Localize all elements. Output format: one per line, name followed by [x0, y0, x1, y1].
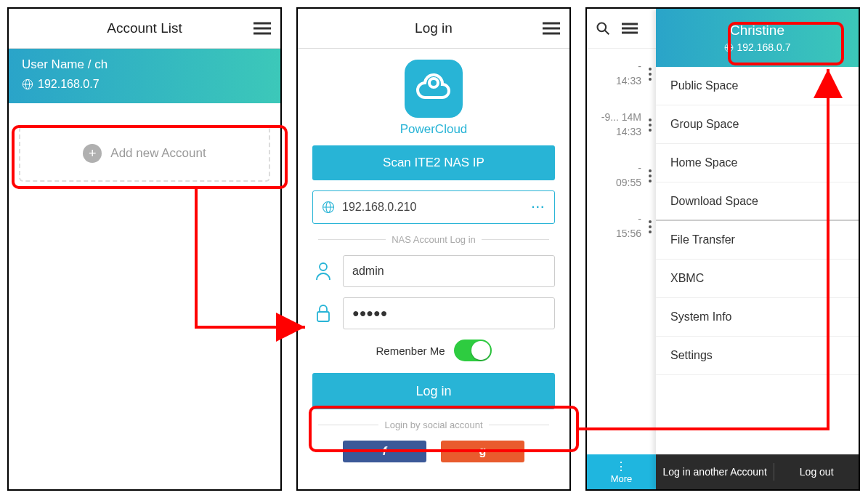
- drawer-menu: Public SpaceGroup SpaceHome SpaceDownloa…: [656, 67, 859, 454]
- screen-login: Log in PowerCloud Scan ITE2 NAS IP 192.1…: [296, 7, 571, 491]
- svg-rect-14: [317, 312, 329, 321]
- header: Account List: [9, 9, 280, 49]
- add-account-label: Add new Account: [110, 146, 206, 161]
- remember-toggle[interactable]: [454, 340, 492, 361]
- scan-ip-button[interactable]: Scan ITE2 NAS IP: [312, 145, 555, 180]
- list-item[interactable]: -15:56: [587, 201, 656, 252]
- svg-point-13: [320, 263, 327, 270]
- social-divider: Login by social account: [312, 419, 555, 430]
- user-ip: 192.168.0.7: [724, 41, 791, 53]
- page-title: Account List: [45, 20, 244, 36]
- cloud-icon: [415, 73, 453, 105]
- drawer-item-settings[interactable]: Settings: [656, 337, 859, 375]
- svg-point-9: [429, 79, 438, 87]
- drawer-panel: Christine 192.168.0.7 Public SpaceGroup …: [656, 9, 859, 489]
- username-input[interactable]: [343, 255, 555, 287]
- app-logo: [405, 60, 463, 118]
- drawer-item-xbmc[interactable]: XBMC: [656, 260, 859, 298]
- screen-account-list: Account List User Name / ch 192.168.0.7 …: [7, 7, 282, 491]
- drawer-item-download-space[interactable]: Download Space: [656, 182, 859, 221]
- background-list: -14:33-9... 14M14:33-09:55-15:56 ⋮ More: [587, 9, 656, 489]
- header: Log in: [298, 9, 569, 49]
- hamburger-icon[interactable]: [622, 23, 638, 34]
- logout-button[interactable]: Log out: [774, 466, 859, 478]
- kebab-icon[interactable]: [649, 65, 652, 83]
- more-button[interactable]: ⋮ More: [587, 454, 656, 489]
- account-username: User Name / ch: [22, 57, 267, 72]
- drawer-bottom: Log in another Account Log out: [656, 454, 859, 489]
- hamburger-icon: [543, 22, 560, 35]
- svg-line-16: [605, 31, 609, 35]
- kebab-icon[interactable]: [649, 218, 652, 236]
- list-item[interactable]: -9... 14M14:33: [587, 100, 656, 150]
- list-item[interactable]: -14:33: [587, 49, 656, 100]
- account-card[interactable]: User Name / ch 192.168.0.7: [9, 49, 280, 103]
- user-icon: [315, 262, 331, 281]
- drawer-item-file-transfer[interactable]: File Transfer: [656, 221, 859, 260]
- remember-me-row: Remenber Me: [312, 340, 555, 361]
- globe-icon: [322, 201, 335, 214]
- social-row: f g: [312, 441, 555, 462]
- user-header[interactable]: Christine 192.168.0.7: [656, 9, 859, 67]
- ip-input[interactable]: 192.168.0.210 ···: [312, 190, 555, 224]
- menu-button[interactable]: [533, 22, 569, 35]
- facebook-login-button[interactable]: f: [343, 441, 426, 462]
- ip-more-icon[interactable]: ···: [532, 201, 545, 214]
- kebab-icon[interactable]: [649, 116, 652, 134]
- search-icon[interactable]: [596, 21, 610, 36]
- drawer-item-system-info[interactable]: System Info: [656, 298, 859, 337]
- list-item[interactable]: -09:55: [587, 150, 656, 201]
- password-field: [312, 297, 555, 329]
- kebab-icon[interactable]: [649, 167, 652, 185]
- top-icons: [587, 9, 656, 49]
- username-field: [312, 255, 555, 287]
- app-name: PowerCloud: [312, 122, 555, 137]
- globe-icon: [22, 79, 33, 90]
- screen-drawer: -14:33-9... 14M14:33-09:55-15:56 ⋮ More …: [585, 7, 860, 491]
- login-another-account-button[interactable]: Log in another Account: [656, 463, 774, 481]
- menu-button[interactable]: [244, 22, 280, 35]
- remember-label: Remenber Me: [376, 345, 445, 357]
- more-label: More: [611, 473, 633, 484]
- google-login-button[interactable]: g: [441, 441, 524, 462]
- section-divider: NAS Account Log in: [312, 234, 555, 245]
- drawer-item-home-space[interactable]: Home Space: [656, 144, 859, 182]
- globe-icon: [724, 43, 734, 52]
- plus-icon: +: [83, 144, 102, 163]
- ip-value: 192.168.0.210: [342, 201, 416, 214]
- password-input[interactable]: [343, 297, 555, 329]
- drawer-item-public-space[interactable]: Public Space: [656, 67, 859, 105]
- page-title: Log in: [334, 20, 533, 36]
- login-button[interactable]: Log in: [312, 373, 555, 409]
- add-account-button[interactable]: + Add new Account: [19, 125, 270, 182]
- account-ip: 192.168.0.7: [22, 78, 267, 91]
- svg-point-15: [598, 23, 607, 32]
- user-name: Christine: [730, 23, 784, 39]
- hamburger-icon: [253, 22, 271, 35]
- drawer-item-group-space[interactable]: Group Space: [656, 105, 859, 144]
- lock-icon: [315, 304, 331, 323]
